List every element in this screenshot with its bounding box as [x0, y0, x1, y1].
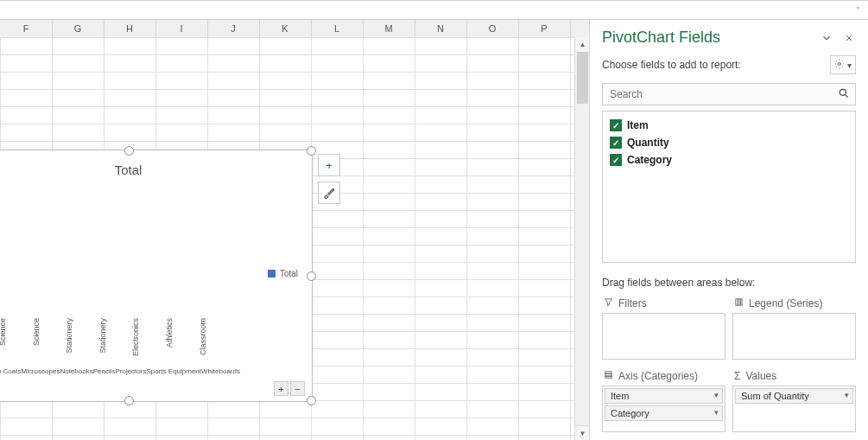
svg-rect-3: [738, 299, 740, 305]
chart-collapse-button[interactable]: −: [290, 381, 305, 396]
values-area: ΣValues Sum of Quantity: [732, 367, 856, 432]
panel-close-button[interactable]: [842, 31, 856, 45]
chart-item-label: Projectors: [115, 367, 146, 375]
column-header[interactable]: O: [466, 20, 519, 37]
axis-dropzone[interactable]: ItemCategory: [602, 386, 725, 432]
chart-category-label: Science: [0, 318, 7, 346]
chart-styles-button[interactable]: [318, 182, 340, 204]
legend-label: Total: [280, 269, 298, 278]
chart-item-label: Sports Equipment: [146, 367, 201, 375]
scroll-up-button[interactable]: ▲: [575, 37, 590, 53]
vertical-scrollbar[interactable]: ▲ ▼: [574, 37, 590, 440]
column-header[interactable]: H: [104, 20, 156, 37]
resize-handle[interactable]: [307, 396, 316, 405]
svg-rect-4: [740, 299, 742, 305]
chart-category-label: Science: [32, 318, 41, 346]
column-header[interactable]: G: [52, 20, 105, 37]
panel-subtitle: Choose fields to add to report:: [602, 59, 830, 71]
values-dropzone[interactable]: Sum of Quantity: [732, 386, 856, 432]
chart-item-label: Pencils: [93, 367, 116, 375]
field-label: Category: [627, 154, 672, 166]
svg-point-1: [839, 89, 846, 95]
columns-icon: [734, 297, 744, 309]
chart-expand-button[interactable]: +: [274, 381, 288, 396]
resize-handle[interactable]: [307, 146, 316, 156]
chart-category-label: Electronics: [131, 318, 140, 356]
column-header[interactable]: I: [155, 20, 208, 37]
field-list-item[interactable]: ✓Quantity: [603, 134, 855, 151]
resize-handle[interactable]: [124, 396, 134, 405]
worksheet-grid[interactable]: Total ElectronicsScienceScienceStationer…: [0, 37, 590, 440]
column-header[interactable]: M: [363, 20, 415, 37]
chart-title[interactable]: Total: [0, 150, 312, 177]
search-icon[interactable]: [838, 87, 850, 102]
svg-rect-2: [736, 299, 738, 305]
drag-instruction: Drag fields between areas below:: [590, 271, 868, 294]
svg-rect-5: [605, 372, 611, 373]
panel-title: PivotChart Fields: [602, 29, 811, 47]
area-label: Filters: [618, 297, 647, 309]
filters-dropzone[interactable]: [602, 313, 725, 360]
chart-category-label: Classroom: [199, 318, 207, 355]
column-header[interactable]: P: [518, 20, 571, 37]
chart-x-labels: CalculatorsLab CoatsMicroscopesNotebooks…: [0, 367, 217, 375]
chart-item-label: Microscopes: [21, 367, 60, 375]
svg-rect-7: [605, 376, 611, 378]
legend-dropzone[interactable]: [732, 313, 856, 360]
checkbox-icon[interactable]: ✓: [610, 137, 622, 149]
resize-handle[interactable]: [307, 271, 316, 281]
gear-icon: [834, 59, 845, 71]
column-header[interactable]: F: [0, 20, 53, 37]
field-list-item[interactable]: ✓Category: [603, 151, 855, 169]
panel-tools-dropdown[interactable]: ▾: [830, 55, 856, 74]
sigma-icon: Σ: [734, 370, 740, 382]
panel-collapse-button[interactable]: [820, 31, 833, 45]
column-header[interactable]: L: [311, 20, 364, 37]
column-header[interactable]: K: [259, 20, 312, 37]
axis-area: Axis (Categories) ItemCategory: [602, 367, 725, 432]
field-label: Quantity: [627, 137, 669, 149]
chart-plot-area[interactable]: ElectronicsScienceScienceStationeryStati…: [0, 185, 217, 315]
rows-icon: [604, 370, 613, 382]
area-label: Axis (Categories): [618, 370, 698, 382]
area-field-item[interactable]: Category: [605, 405, 723, 421]
filters-area: Filters: [602, 294, 725, 360]
legend-swatch: [268, 270, 276, 277]
chart-item-label: Whiteboards: [201, 367, 240, 375]
legend-area: Legend (Series): [732, 294, 856, 360]
field-list-item[interactable]: ✓Item: [603, 117, 855, 134]
chart-item-label: Lab Coats: [0, 367, 21, 375]
chart-category-label: Stationery: [98, 318, 107, 354]
checkbox-icon[interactable]: ✓: [610, 119, 622, 131]
chart-zoom-buttons: + −: [274, 381, 305, 396]
area-field-item[interactable]: Item: [605, 388, 723, 404]
scroll-down-button[interactable]: ▼: [575, 425, 590, 440]
formula-bar[interactable]: ˅: [0, 1, 868, 20]
column-header[interactable]: J: [207, 20, 260, 37]
formula-bar-expand[interactable]: ˅: [851, 3, 865, 17]
scroll-thumb[interactable]: [577, 52, 588, 104]
area-label: Values: [745, 370, 776, 382]
search-input[interactable]: [608, 87, 838, 101]
resize-handle[interactable]: [124, 146, 134, 156]
chart-item-label: Notebooks: [60, 367, 92, 375]
chart-category-label: Athletics: [165, 318, 174, 348]
chevron-down-icon: ▾: [847, 61, 852, 70]
chart-category-label: Stationery: [65, 318, 73, 354]
chart-elements-button[interactable]: +: [318, 154, 340, 176]
field-label: Item: [627, 119, 649, 131]
svg-point-0: [839, 63, 841, 66]
checkbox-icon[interactable]: ✓: [610, 154, 622, 166]
filter-icon: [604, 297, 613, 309]
search-input-wrapper[interactable]: [602, 83, 856, 105]
pivotchart-object[interactable]: Total ElectronicsScienceScienceStationer…: [0, 150, 313, 402]
chart-legend[interactable]: Total: [268, 269, 298, 278]
field-list[interactable]: ✓Item✓Quantity✓Category: [602, 111, 856, 263]
area-field-item[interactable]: Sum of Quantity: [735, 388, 853, 404]
svg-rect-6: [605, 374, 611, 376]
pivotchart-fields-panel: PivotChart Fields Choose fields to add t…: [589, 20, 868, 440]
area-label: Legend (Series): [749, 297, 822, 309]
column-header[interactable]: N: [415, 20, 467, 37]
